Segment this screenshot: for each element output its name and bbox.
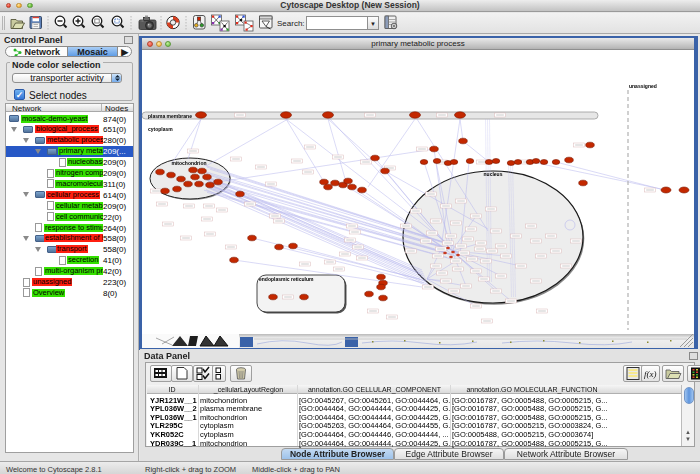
svg-text:nucleus: nucleus — [484, 171, 503, 177]
svg-text:plasma membrane: plasma membrane — [148, 113, 192, 119]
svg-text:unassigned: unassigned — [629, 83, 657, 89]
svg-text:f(x): f(x) — [644, 369, 657, 379]
svg-text:mitochondrion: mitochondrion — [172, 160, 207, 166]
svg-text:cytoplasm: cytoplasm — [148, 126, 173, 132]
svg-text:endoplasmic reticulum: endoplasmic reticulum — [259, 276, 314, 282]
